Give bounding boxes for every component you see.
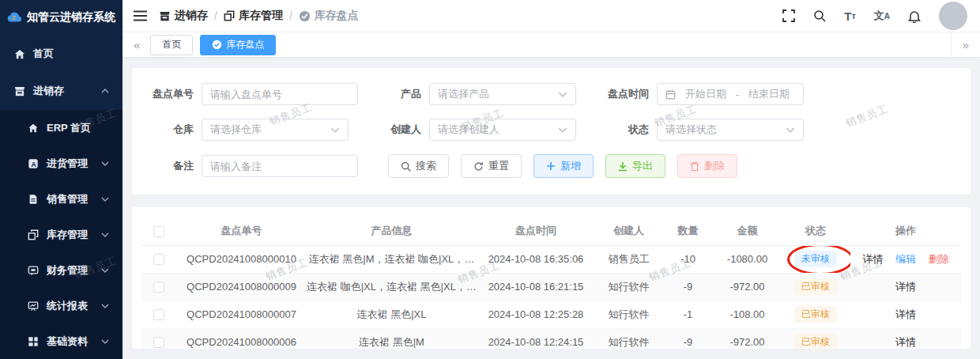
cell-time: 2024-10-08 12:24:15	[477, 328, 595, 349]
chevron-up-icon	[99, 89, 111, 93]
sidebar-item-label: 进货管理	[47, 157, 88, 171]
chevron-down-icon	[99, 232, 111, 237]
field-label: 状态	[600, 123, 657, 137]
inventory-no-input[interactable]	[202, 83, 358, 105]
notification-bell-icon[interactable]	[908, 9, 921, 23]
col-check-time: 盘点时间	[477, 217, 595, 245]
search-icon[interactable]	[813, 9, 826, 22]
sidebar-item-purchase[interactable]: A 进货管理	[0, 145, 122, 181]
cell-time: 2024-10-08 16:35:06	[477, 245, 595, 273]
detail-link[interactable]: 详情	[895, 336, 916, 348]
download-icon	[618, 161, 628, 172]
chat-icon	[27, 265, 40, 276]
breadcrumb-item-erp[interactable]: 进销存	[159, 9, 208, 23]
detail-link[interactable]: 详情	[895, 308, 916, 320]
detail-link[interactable]: 详情	[862, 253, 883, 265]
cell-creator: 知行软件	[595, 273, 662, 300]
collapse-sidebar-icon[interactable]	[134, 10, 147, 21]
table-row: QCPD20241008000010 连衣裙 黑色|M，连衣裙 咖色|XL，… …	[141, 245, 961, 273]
translate-icon[interactable]: 文A	[874, 9, 890, 23]
breadcrumb-label: 库存盘点	[315, 9, 359, 23]
presentation-icon	[27, 300, 40, 312]
delete-button[interactable]: 删除	[677, 154, 737, 178]
calendar-icon	[665, 89, 676, 100]
cell-creator: 销售员工	[595, 245, 662, 273]
field-label: 产品	[372, 87, 429, 101]
check-circle-icon	[299, 10, 311, 22]
table-header-row: 盘点单号 产品信息 盘点时间 创建人 数量 金额 状态 操作	[141, 217, 961, 245]
sidebar-submenu: ERP 首页 A 进货管理 销售管理 库存管理 财务管理	[0, 110, 122, 359]
sidebar-item-inventory[interactable]: 库存管理	[0, 217, 122, 252]
delete-link[interactable]: 删除	[929, 253, 949, 265]
col-status: 状态	[781, 217, 850, 245]
chevron-down-icon	[99, 197, 111, 202]
detail-link[interactable]: 详情	[895, 281, 916, 293]
table-row: QCPD20241008000009 连衣裙 咖色|XL，连衣裙 黑色|XL，……	[141, 273, 961, 300]
field-check-time: 盘点时间 开始日期 - 结束日期	[600, 83, 804, 105]
warehouse-select[interactable]: 请选择仓库	[202, 119, 349, 141]
col-order-no: 盘点单号	[176, 217, 307, 245]
date-separator: -	[736, 89, 739, 100]
sidebar-group-erp[interactable]: 进销存	[0, 73, 122, 110]
search-button[interactable]: 搜索	[388, 154, 449, 178]
app-title: 知管云进销存系统	[27, 10, 115, 25]
search-icon	[401, 161, 411, 172]
row-checkbox[interactable]	[153, 282, 164, 293]
table-row: QCPD20241008000007 连衣裙 黑色|XL 2024-10-08 …	[141, 300, 961, 328]
topbar: 进销存 / 库存管理 / 库存盘点	[122, 0, 980, 32]
cell-amount: -108.00	[714, 300, 781, 328]
cell-product: 连衣裙 黑色|M	[307, 328, 477, 349]
user-avatar[interactable]	[939, 2, 967, 30]
fullscreen-icon[interactable]	[782, 9, 795, 22]
a-square-icon: A	[27, 158, 40, 169]
app: Z 知管云进销存系统 首页 进销存 ERP 首页 A 进货管理	[0, 0, 980, 359]
cell-creator: 知行软件	[595, 300, 662, 328]
creator-select[interactable]: 请选择创建人	[429, 119, 576, 141]
field-product: 产品 请选择产品	[372, 83, 576, 105]
breadcrumb-item-inventory[interactable]: 库存管理	[224, 9, 283, 23]
font-size-icon[interactable]: Tт	[844, 9, 856, 23]
status-select[interactable]: 请选择状态	[657, 119, 804, 141]
breadcrumb: 进销存 / 库存管理 / 库存盘点	[159, 9, 359, 23]
cell-qty: -9	[662, 273, 714, 300]
tab-inventory-check[interactable]: 库存盘点	[200, 35, 276, 55]
row-checkbox[interactable]	[153, 337, 164, 348]
tabs-scroll-right-icon[interactable]: »	[951, 32, 980, 57]
row-checkbox[interactable]	[153, 309, 164, 320]
storefront-icon	[13, 85, 26, 97]
date-range-picker[interactable]: 开始日期 - 结束日期	[657, 83, 804, 105]
grid-icon	[27, 336, 40, 347]
breadcrumb-label: 库存管理	[239, 9, 283, 23]
field-inventory-no: 盘点单号	[145, 83, 349, 105]
field-label: 盘点单号	[145, 87, 202, 101]
product-select[interactable]: 请选择产品	[429, 83, 576, 105]
sidebar-item-home[interactable]: 首页	[0, 35, 122, 72]
cell-product: 连衣裙 黑色|M，连衣裙 咖色|XL，…	[307, 245, 477, 273]
sidebar-item-reports[interactable]: 统计报表	[0, 288, 122, 323]
reset-button[interactable]: 重置	[461, 154, 522, 178]
select-all-checkbox[interactable]	[153, 226, 164, 237]
export-button[interactable]: 导出	[605, 154, 665, 178]
cell-amount: -1080.00	[714, 245, 781, 273]
sidebar-item-label: ERP 首页	[47, 121, 91, 135]
start-date-placeholder: 开始日期	[680, 87, 732, 101]
chevron-down-icon	[99, 268, 111, 273]
sidebar-item-sales[interactable]: 销售管理	[0, 181, 122, 217]
field-remark: 备注	[145, 155, 349, 177]
remark-input[interactable]	[202, 155, 358, 177]
cell-product: 连衣裙 咖色|XL，连衣裙 黑色|XL，…	[307, 273, 477, 300]
sidebar-item-basedata[interactable]: 基础资料	[0, 323, 122, 359]
tab-home[interactable]: 首页	[150, 35, 193, 55]
tabs-scroll-left-icon[interactable]: «	[130, 38, 143, 51]
cell-amount: -972.00	[714, 273, 781, 300]
cell-product: 连衣裙 黑色|XL	[307, 300, 477, 328]
sidebar-item-erp-home[interactable]: ERP 首页	[0, 110, 122, 145]
tab-label: 库存盘点	[226, 38, 264, 51]
sidebar-item-finance[interactable]: 财务管理	[0, 252, 122, 288]
breadcrumb-label: 进销存	[175, 9, 208, 23]
edit-link[interactable]: 编辑	[895, 253, 916, 265]
row-checkbox[interactable]	[153, 254, 164, 265]
add-button[interactable]: 新增	[533, 154, 594, 178]
sidebar-item-label: 统计报表	[47, 299, 88, 313]
main-area: 进销存 / 库存管理 / 库存盘点	[122, 0, 980, 359]
